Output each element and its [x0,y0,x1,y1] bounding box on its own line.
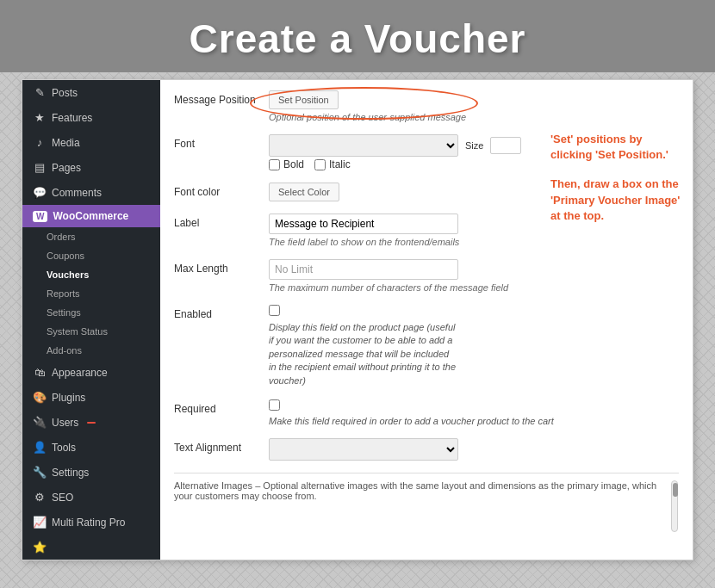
message-position-label: Message Position [174,90,269,106]
products-icon: 🛍 [33,366,47,379]
font-color-label: Font color [174,183,269,198]
enabled-checkbox[interactable] [269,305,280,316]
enabled-row: Enabled Display this field on the produc… [174,305,679,387]
scrollbar[interactable] [670,480,679,532]
message-position-hint: Optional position of the user-supplied m… [269,112,679,122]
font-select[interactable] [269,134,458,157]
set-position-button[interactable]: Set Position [269,90,339,109]
label-input[interactable] [269,214,458,234]
sidebar-sub-reports[interactable]: Reports [22,284,160,303]
sidebar-item-comments[interactable]: 💬 Comments [22,180,160,205]
max-length-field: The maximum number of characters of the … [269,259,679,293]
comments-icon: 💬 [33,186,47,199]
sidebar-sub-add-ons[interactable]: Add-ons [22,341,160,360]
tools-icon: 🔧 [33,466,47,479]
sidebar-item-seo[interactable]: 📈 Multi Rating Pro [22,510,160,535]
media-icon: ♪ [33,136,47,149]
bold-label[interactable]: Bold [269,158,304,170]
message-position-field: Set Position Optional position of the us… [269,90,679,122]
font-size-input[interactable] [490,137,521,154]
pages-icon: ▤ [33,161,47,174]
multi-rating-icon: ⭐ [33,541,47,554]
features-icon: ★ [33,111,47,124]
main-container: ✎ Posts ★ Features ♪ Media ▤ Pages 💬 Com… [22,79,693,560]
sidebar: ✎ Posts ★ Features ♪ Media ▤ Pages 💬 Com… [22,80,160,560]
plugins-icon: 🔌 [33,416,47,429]
font-label: Font [174,134,269,150]
font-size-label: Size [465,140,483,151]
scrollbar-track[interactable] [671,480,678,532]
text-alignment-row: Text Alignment Left Center Right [174,438,679,461]
sidebar-item-tools[interactable]: 🔧 Settings [22,460,160,485]
required-checkbox[interactable] [269,399,280,411]
max-length-row: Max Length The maximum number of charact… [174,259,679,293]
scrollbar-thumb[interactable] [673,483,678,497]
enabled-desc: Display this field on the product page (… [269,321,458,387]
label-hint: The field label to show on the frontend/… [269,237,679,247]
max-length-hint: The maximum number of characters of the … [269,282,679,293]
max-length-label: Max Length [174,259,269,275]
right-annotation: 'Set' positions by clicking 'Set Positio… [550,132,684,238]
sidebar-item-plugins[interactable]: 🔌 Users [22,410,160,435]
sidebar-sub-system-status[interactable]: System Status [22,322,160,341]
header-banner: Create a Voucher [0,0,715,72]
woo-icon: W [33,211,47,222]
sidebar-sub-settings2[interactable]: Settings [22,303,160,322]
plugins-badge [87,422,96,424]
woocommerce-header[interactable]: W WooCommerce [22,205,160,227]
sidebar-item-pages[interactable]: ▤ Pages [22,155,160,180]
seo-icon: 📈 [33,516,47,529]
sidebar-item-multi-rating[interactable]: ⭐ [22,535,160,560]
settings-icon: ⚙ [33,491,47,504]
required-desc: Make this field required in order to add… [269,416,679,426]
bold-checkbox[interactable] [269,159,280,170]
sidebar-item-products[interactable]: 🛍 Appearance [22,360,160,385]
sidebar-item-users[interactable]: 👤 Tools [22,435,160,460]
sidebar-sub-vouchers[interactable]: Vouchers [22,265,160,284]
required-label: Required [174,399,269,415]
sidebar-item-settings[interactable]: ⚙ SEO [22,485,160,510]
alt-images-text: Alternative Images – Optional alternativ… [174,480,665,501]
sidebar-item-posts[interactable]: ✎ Posts [22,80,160,105]
label-field-label: Label [174,214,269,229]
annotation-line1: 'Set' positions by clicking 'Set Positio… [550,132,684,163]
italic-checkbox[interactable] [314,159,326,170]
sidebar-item-appearance[interactable]: 🎨 Plugins [22,385,160,410]
sidebar-sub-orders[interactable]: Orders [22,227,160,246]
content-area: Message Position Set Position Optional p… [160,80,693,560]
sidebar-item-features[interactable]: ★ Features [22,105,160,130]
enabled-field: Display this field on the product page (… [269,305,679,387]
sidebar-item-media[interactable]: ♪ Media [22,130,160,155]
required-field: Make this field required in order to add… [269,399,679,426]
text-alignment-field: Left Center Right [269,438,679,461]
annotation-line2: Then, draw a box on the 'Primary Voucher… [550,176,684,224]
posts-icon: ✎ [33,86,47,99]
enabled-label: Enabled [174,305,269,320]
max-length-input[interactable] [269,259,458,280]
message-position-row: Message Position Set Position Optional p… [174,90,679,122]
text-alignment-label: Text Alignment [174,438,269,454]
appearance-icon: 🎨 [33,391,47,404]
users-icon: 👤 [33,441,47,454]
italic-label[interactable]: Italic [314,158,351,170]
page-title: Create a Voucher [0,15,715,62]
required-row: Required Make this field required in ord… [174,399,679,426]
select-color-button[interactable]: Select Color [269,183,339,201]
alt-images-row: Alternative Images – Optional alternativ… [174,473,679,532]
sidebar-sub-coupons[interactable]: Coupons [22,246,160,265]
text-alignment-select[interactable]: Left Center Right [269,438,458,461]
